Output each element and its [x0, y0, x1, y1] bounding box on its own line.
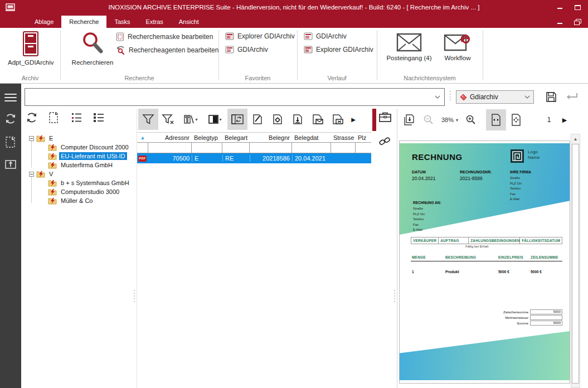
tree-node-V[interactable]: V: [29, 169, 55, 178]
folder-bolt-icon: [36, 135, 45, 142]
search-dropdown-chevron-icon[interactable]: [431, 95, 444, 99]
tree-node-label: E: [47, 134, 55, 142]
collapse-icon[interactable]: [29, 172, 34, 177]
view-layout-dropdown-button[interactable]: ▾: [203, 109, 227, 130]
rail-export-icon[interactable]: [4, 158, 17, 171]
filter-button[interactable]: [138, 109, 158, 130]
tree-node-bs-systemhaus[interactable]: b + s Systemhaus GmbH: [48, 178, 131, 187]
zoom-level-dropdown[interactable]: 38% ▾: [438, 117, 461, 123]
table-row-selected[interactable]: PDF 70500 E RE 20218586 20.04.2021: [137, 153, 371, 163]
tree-node-mueller-co[interactable]: Müller & Co: [48, 196, 94, 205]
menu-hamburger-icon[interactable]: [4, 91, 17, 104]
return-button[interactable]: [564, 89, 581, 105]
toolbar-overflow-button[interactable]: ▶: [348, 109, 359, 130]
archive-books-dropdown-button[interactable]: ▾: [178, 109, 203, 130]
minimize-button[interactable]: [555, 3, 565, 11]
recherchemaske-bearbeiten-item[interactable]: Recherchemaske bearbeiten: [116, 32, 213, 41]
tab-recherche[interactable]: Recherche: [61, 16, 106, 28]
posteingang-button[interactable]: Posteingang (4): [381, 32, 437, 61]
search-combobox[interactable]: [25, 88, 445, 106]
edit-document-button[interactable]: [247, 109, 268, 130]
column-belegart[interactable]: Belegart: [222, 134, 250, 141]
filter-cell[interactable]: [292, 143, 331, 153]
save-document-button[interactable]: [399, 109, 419, 130]
link-button[interactable]: [378, 135, 392, 149]
filter-cell[interactable]: [331, 143, 356, 153]
titlebar: INOXISION ARCHIVE ENTERPRISE Suite - Hän…: [0, 0, 588, 16]
filter-cell[interactable]: [148, 143, 192, 153]
tree-node-eu-lieferant[interactable]: EU-Lieferant mit USt-ID: [48, 152, 127, 161]
tab-tasks[interactable]: Tasks: [106, 16, 138, 28]
column-belegtyp[interactable]: Belegtyp: [192, 134, 222, 141]
tree-node-computerstudio[interactable]: Computerstudio 3000: [48, 187, 121, 196]
column-strasse[interactable]: Strasse: [331, 134, 356, 141]
table-header[interactable]: ▲ Adressnr Belegtyp Belegart Belegnr Bel…: [137, 132, 371, 143]
save-button[interactable]: [543, 89, 560, 105]
workflow-button[interactable]: Workflow: [437, 32, 478, 61]
item-description: Produkt: [445, 270, 459, 274]
preview-scrollbar[interactable]: ▲: [571, 134, 580, 388]
clear-filter-button[interactable]: [158, 109, 178, 130]
tree-table-splitter[interactable]: [133, 290, 135, 307]
archive-select[interactable]: Gdiarchiv: [456, 90, 534, 104]
document-mail-remove-button[interactable]: [328, 109, 348, 130]
fit-width-button[interactable]: [486, 109, 506, 130]
search-input[interactable]: [25, 89, 431, 105]
filter-cell[interactable]: [356, 143, 371, 153]
archive-select-chevron-icon[interactable]: [524, 95, 530, 99]
tree-new-search-button[interactable]: [47, 110, 61, 125]
mdi-restore-button[interactable]: [572, 18, 582, 26]
mdi-minimize-button[interactable]: [555, 18, 565, 26]
zoom-out-button[interactable]: [419, 109, 438, 130]
recherchemaske-bearbeiten-label: Recherchemaske bearbeiten: [128, 33, 213, 41]
filter-cell[interactable]: [222, 143, 250, 153]
next-page-button[interactable]: ▶: [557, 109, 572, 130]
column-belegdat[interactable]: Belegdat: [292, 134, 331, 141]
rechercheagenten-bearbeiten-item[interactable]: Rechercheagenten bearbeiten: [116, 46, 218, 55]
splitter-grip[interactable]: [449, 91, 451, 103]
adpt-gdiarchiv-button[interactable]: Adpt_GDIArchiv: [8, 31, 54, 66]
table-filter-row[interactable]: [137, 143, 371, 153]
filter-cell[interactable]: [137, 143, 148, 153]
document-mail-send-button[interactable]: [308, 109, 328, 130]
refresh-view-button[interactable]: [227, 109, 247, 130]
tree-node-computer-discount-2000[interactable]: Computer Discount 2000: [48, 143, 130, 152]
table-preview-splitter[interactable]: [393, 290, 396, 307]
tree-node-label-selected: EU-Lieferant mit USt-ID: [59, 152, 127, 160]
tree-node-E[interactable]: E: [29, 134, 55, 143]
column-belegnr[interactable]: Belegnr: [250, 134, 292, 141]
preview-toolbar: 38% ▾ 1 ▶: [399, 109, 572, 131]
column-adressnr[interactable]: Adressnr: [148, 134, 192, 141]
invoice-page[interactable]: RECHNUNG LogoName DATUM 20.04.2021 RECHN…: [399, 140, 570, 384]
fit-page-button[interactable]: [506, 109, 526, 130]
tab-extras[interactable]: Extras: [138, 16, 171, 28]
sort-ascending-icon[interactable]: ▲: [137, 135, 148, 140]
document-download-button[interactable]: [288, 109, 308, 130]
zoom-in-button[interactable]: [461, 109, 480, 130]
scrollbar-up-icon[interactable]: ▲: [571, 134, 580, 143]
tree-flat-list-button[interactable]: [91, 110, 106, 125]
verlauf-explorer-gdiarchiv-item[interactable]: Explorer GDIArchiv: [304, 46, 373, 54]
rail-new-document-icon[interactable]: [4, 136, 17, 148]
favorit-gdiarchiv-item[interactable]: GDIArchiv: [225, 46, 268, 54]
document-settings-button[interactable]: [268, 109, 288, 130]
tree-detail-list-button[interactable]: [69, 110, 84, 125]
column-plz[interactable]: Plz: [356, 134, 371, 141]
invoice-footer-banner: [400, 331, 570, 380]
favorit-explorer-gdiarchiv-item[interactable]: Explorer GDIArchiv: [225, 32, 295, 40]
maximize-button[interactable]: [572, 3, 582, 11]
rail-refresh-icon[interactable]: [4, 113, 17, 125]
tab-ansicht[interactable]: Ansicht: [171, 16, 207, 28]
filter-cell[interactable]: [250, 143, 292, 153]
filter-cell[interactable]: [192, 143, 222, 153]
page-number[interactable]: 1: [541, 116, 557, 124]
briefcase-button[interactable]: [378, 111, 392, 124]
recherchieren-button[interactable]: Recherchieren: [66, 31, 119, 66]
tree-node-musterfirma[interactable]: Musterfirma GmbH: [48, 161, 114, 169]
tree-refresh-button[interactable]: [25, 110, 39, 125]
scrollbar-thumb[interactable]: [572, 144, 579, 384]
collapse-icon[interactable]: [29, 136, 34, 141]
item-line-total: 5000 €: [531, 270, 542, 274]
tab-ablage[interactable]: Ablage: [27, 16, 61, 28]
verlauf-gdiarchiv-item[interactable]: GDIArchiv: [304, 32, 347, 40]
